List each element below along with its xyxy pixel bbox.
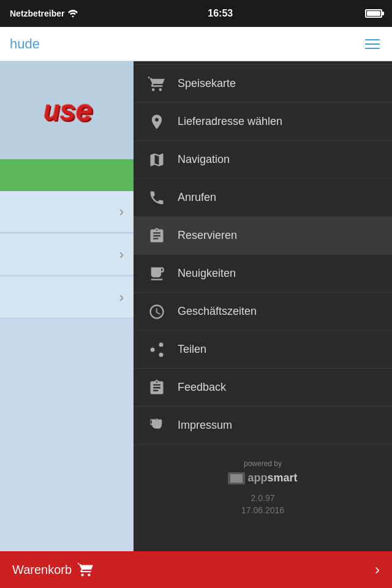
clock: 16:53 <box>208 8 233 19</box>
menu-item-neuigkeiten[interactable]: Neuigkeiten <box>134 255 392 293</box>
phone-icon <box>146 187 168 209</box>
svg-point-3 <box>159 352 164 356</box>
menu-label-feedback: Feedback <box>178 381 226 394</box>
list-item[interactable]: › <box>0 277 134 318</box>
status-bar: Netzbetreiber 16:53 <box>0 0 392 27</box>
menu-item-teilen[interactable]: Teilen <box>134 331 392 369</box>
chevron-right-icon: › <box>119 290 124 306</box>
location-icon <box>146 111 168 133</box>
share-icon <box>146 339 168 361</box>
clipboard-icon <box>146 225 168 247</box>
footer-info: powered by appsmart 2.0.97 17.06.2016 <box>134 445 392 530</box>
chevron-right-icon: › <box>119 204 124 220</box>
cart-icon <box>146 73 168 95</box>
menu-label-speisekarte: Speisekarte <box>178 77 236 90</box>
left-panel: use › › › <box>0 61 134 551</box>
wifi-icon <box>68 10 78 17</box>
warenkorb-chevron: › <box>375 561 380 578</box>
news-icon <box>146 263 168 285</box>
date-text: 17.06.2016 <box>143 505 382 515</box>
menu-item-reservieren[interactable]: Reservieren <box>134 217 392 255</box>
carrier-info: Netzbetreiber <box>10 9 78 18</box>
menu-label-geschaeftszeiten: Geschäftszeiten <box>178 305 257 318</box>
menu-item-geschaeftszeiten[interactable]: Geschäftszeiten <box>134 293 392 331</box>
menu-item-speisekarte[interactable]: Speisekarte <box>134 65 392 103</box>
menu-item-navigation[interactable]: Navigation <box>134 141 392 179</box>
list-item[interactable]: › <box>0 191 134 233</box>
svg-point-2 <box>151 347 155 352</box>
logo-image: use <box>43 92 92 128</box>
battery-area <box>363 9 382 18</box>
logo-area: use <box>0 61 134 159</box>
map-icon <box>146 149 168 171</box>
warenkorb-bar[interactable]: Warenkorb › <box>0 551 392 588</box>
menu-button[interactable] <box>363 37 382 51</box>
svg-point-1 <box>159 342 164 347</box>
menu-item-lieferadresse[interactable]: Lieferadresse wählen <box>134 103 392 141</box>
version-text: 2.0.97 <box>143 493 382 503</box>
carrier-text: Netzbetreiber <box>10 9 64 18</box>
battery-icon <box>365 9 382 18</box>
clock-icon <box>146 301 168 323</box>
menu-label-anrufen: Anrufen <box>178 191 216 204</box>
warenkorb-cart-icon <box>78 562 94 578</box>
chevron-right-icon: › <box>119 247 124 263</box>
menu-label-neuigkeiten: Neuigkeiten <box>178 267 236 280</box>
hamburger-line-2 <box>365 43 380 45</box>
menu-label-reservieren: Reservieren <box>178 229 237 242</box>
menu-item-feedback[interactable]: Feedback <box>134 369 392 407</box>
powered-by-label: powered by <box>143 459 382 468</box>
appsmart-icon <box>228 472 245 484</box>
navigation-drawer: Startseite Speisekarte Lieferadresse wäh… <box>134 27 392 551</box>
list-item[interactable]: › <box>0 234 134 276</box>
menu-label-navigation: Navigation <box>178 153 230 166</box>
svg-point-0 <box>72 16 74 18</box>
warenkorb-label: Warenkorb <box>12 562 94 578</box>
appsmart-logo: appsmart <box>143 472 382 484</box>
menu-label-lieferadresse: Lieferadresse wählen <box>178 115 282 128</box>
hamburger-line-1 <box>365 39 380 40</box>
menu-item-anrufen[interactable]: Anrufen <box>134 179 392 217</box>
header-bar: hude <box>0 27 392 61</box>
handshake-icon <box>146 415 168 437</box>
green-banner <box>0 159 134 191</box>
menu-label-teilen: Teilen <box>178 343 206 356</box>
appsmart-text: appsmart <box>247 472 297 484</box>
menu-label-impressum: Impressum <box>178 419 232 432</box>
warenkorb-text: Warenkorb <box>12 563 72 577</box>
menu-item-impressum[interactable]: Impressum <box>134 407 392 445</box>
hamburger-line-3 <box>365 48 380 49</box>
feedback-icon <box>146 377 168 399</box>
app-title: hude <box>10 36 363 52</box>
